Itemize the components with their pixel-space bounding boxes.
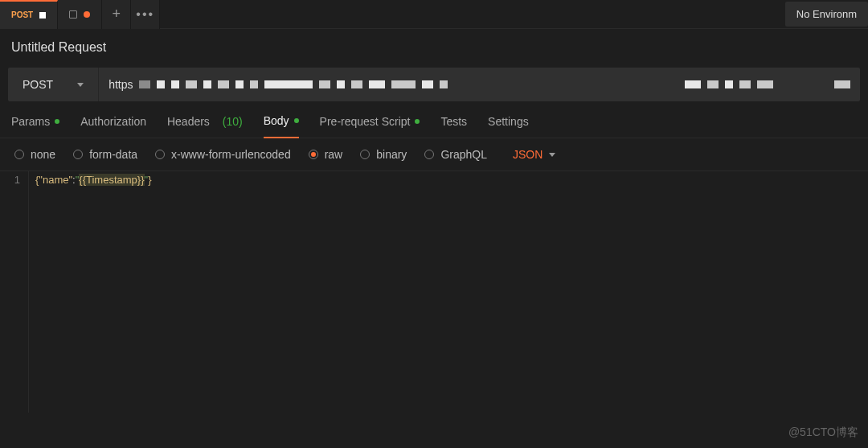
redacted-segment (203, 80, 211, 88)
tab-bar: POST + ••• No Environm (0, 0, 868, 29)
redacted-segment (186, 80, 197, 88)
body-type-binary[interactable]: binary (360, 148, 407, 161)
tab-body[interactable]: Body (264, 114, 299, 138)
chevron-down-icon (549, 153, 555, 157)
redacted-segment (685, 80, 701, 88)
redacted-segment (391, 80, 416, 88)
tab-actions: + ••• (102, 0, 160, 29)
redacted-segment (834, 80, 850, 88)
body-type-xwww[interactable]: x-www-form-urlencoded (155, 148, 291, 161)
redacted-segment (351, 80, 362, 88)
body-type-form-data-label: form-data (89, 148, 137, 161)
body-type-binary-label: binary (376, 148, 407, 161)
tab-settings-label: Settings (488, 115, 529, 128)
body-type-none[interactable]: none (14, 148, 55, 161)
tab-headers[interactable]: Headers (10) (167, 115, 243, 138)
redacted-segment (422, 80, 433, 88)
tab-headers-label: Headers (167, 115, 210, 128)
tab-tests[interactable]: Tests (440, 115, 467, 138)
status-dot-icon (55, 119, 59, 124)
redacted-segment (337, 80, 345, 88)
chevron-down-icon (77, 83, 84, 87)
body-type-xwww-label: x-www-form-urlencoded (171, 148, 291, 161)
tab-params-label: Params (11, 115, 50, 128)
environment-selector[interactable]: No Environm (785, 2, 868, 27)
redacted-segment (171, 80, 179, 88)
raw-language-dropdown[interactable]: JSON (513, 148, 555, 161)
radio-icon (155, 150, 165, 159)
tab-authorization-label: Authorization (80, 115, 146, 128)
watermark: @51CTO博客 (788, 425, 858, 440)
request-icon (69, 10, 77, 18)
raw-language-label: JSON (513, 148, 542, 161)
status-dot-icon (294, 118, 299, 123)
tab-prerequest-label: Pre-request Script (320, 115, 411, 128)
redacted-segment (440, 80, 448, 88)
url-input[interactable]: https (99, 68, 860, 101)
body-type-selector: none form-data x-www-form-urlencoded raw… (0, 138, 868, 171)
request-tabs: Params Authorization Headers (10) Body P… (0, 101, 868, 138)
request-row: POST https (8, 68, 860, 101)
body-type-raw-label: raw (325, 148, 343, 161)
body-type-graphql-label: GraphQL (440, 148, 487, 161)
tab-authorization[interactable]: Authorization (80, 115, 146, 138)
tab-request-1[interactable]: POST (0, 0, 58, 29)
method-dropdown[interactable]: POST (8, 68, 99, 101)
environment-label: No Environm (796, 8, 857, 20)
plus-icon: + (112, 6, 121, 23)
url-prefix: https (108, 78, 133, 91)
body-type-form-data[interactable]: form-data (73, 148, 137, 161)
radio-icon (360, 150, 370, 159)
body-type-raw[interactable]: raw (309, 148, 343, 161)
redacted-segment (725, 80, 733, 88)
code-brace: } (148, 174, 151, 186)
tab-method-badge: POST (11, 10, 33, 19)
radio-icon (73, 150, 83, 159)
unsaved-dot-icon (84, 11, 90, 18)
tab-tests-label: Tests (440, 115, 467, 128)
radio-selected-icon (309, 150, 318, 159)
code-variable: {{Timestamp}} (79, 174, 144, 186)
redacted-segment (218, 80, 229, 88)
radio-icon (14, 150, 24, 159)
unsaved-indicator-icon (39, 12, 46, 18)
tab-prerequest[interactable]: Pre-request Script (320, 115, 420, 138)
tab-body-label: Body (264, 114, 289, 127)
redacted-segment (235, 80, 244, 88)
redacted-segment (264, 80, 313, 88)
body-editor[interactable]: 1 {"name":"{{Timestamp}}"} (0, 171, 868, 413)
body-type-none-label: none (31, 148, 55, 161)
redacted-segment (369, 80, 385, 88)
redacted-segment (757, 80, 773, 88)
request-title: Untitled Request (0, 29, 868, 68)
tab-options-button[interactable]: ••• (131, 0, 160, 29)
code-content[interactable]: {"name":"{{Timestamp}}"} (29, 171, 158, 413)
tab-request-2[interactable] (58, 0, 102, 29)
new-tab-button[interactable]: + (102, 0, 131, 29)
tab-settings[interactable]: Settings (488, 115, 529, 138)
redacted-segment (319, 80, 330, 88)
radio-icon (424, 150, 434, 159)
tab-params[interactable]: Params (11, 115, 59, 138)
redacted-segment (157, 80, 165, 88)
redacted-segment (250, 80, 258, 88)
method-selected: POST (23, 78, 53, 91)
status-dot-icon (415, 119, 420, 124)
redacted-segment (707, 80, 719, 88)
body-type-graphql[interactable]: GraphQL (424, 148, 487, 161)
headers-count: (10) (223, 115, 243, 128)
ellipsis-icon: ••• (136, 7, 154, 22)
code-key: "name" (39, 174, 72, 186)
redacted-segment (739, 80, 751, 88)
redacted-segment (139, 80, 150, 88)
line-gutter: 1 (0, 171, 29, 413)
line-number: 1 (14, 174, 20, 186)
